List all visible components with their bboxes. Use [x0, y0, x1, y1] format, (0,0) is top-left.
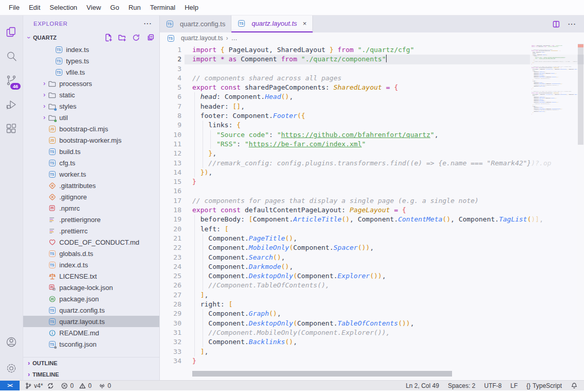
code-line: links: {: [192, 121, 584, 130]
tree-item[interactable]: TSvfile.ts: [23, 66, 159, 78]
problems-status[interactable]: 0 0: [61, 382, 91, 389]
run-debug-icon[interactable]: [0, 92, 23, 116]
tab-quartz.config.ts[interactable]: TSquartz.config.ts: [160, 15, 231, 32]
tree-item[interactable]: .gitignore: [23, 191, 159, 202]
js-file-icon: JS: [48, 125, 56, 133]
tree-item[interactable]: TSquartz.config.ts: [23, 304, 159, 316]
vertical-scrollbar[interactable]: [577, 44, 584, 380]
code-line: }),: [192, 168, 584, 177]
cursor-position[interactable]: Ln 2, Col 49: [406, 382, 439, 389]
encoding[interactable]: UTF-8: [484, 382, 502, 389]
menu-file[interactable]: File: [4, 4, 24, 11]
tree-item[interactable]: TSbuild.ts: [23, 146, 159, 157]
tree-item[interactable]: ›util: [23, 112, 159, 123]
notifications-bell-icon[interactable]: [571, 382, 578, 389]
explorer-actions: [104, 33, 154, 42]
horizontal-scrollbar[interactable]: [192, 371, 530, 377]
section-outline[interactable]: ›OUTLINE: [23, 357, 159, 369]
code-editor[interactable]: 1234567891011121314151617181920212223242…: [160, 44, 584, 380]
breadcrumb[interactable]: TS quartz.layout.ts › …: [160, 32, 584, 44]
dts-file-icon: TS: [48, 249, 56, 258]
code-line: footer: Component.Footer({: [192, 111, 584, 121]
remote-indicator[interactable]: ><: [0, 381, 20, 390]
indentation[interactable]: Spaces: 2: [448, 382, 475, 389]
account-icon[interactable]: [0, 330, 23, 354]
line-number-gutter[interactable]: 1234567891011121314151617181920212223242…: [160, 45, 186, 366]
tree-item[interactable]: TSglobals.d.ts: [23, 248, 159, 259]
eol-sequence[interactable]: LF: [510, 382, 518, 389]
code-line: head: Component.Head(),: [192, 92, 584, 101]
tree-item[interactable]: package-lock.json: [23, 282, 159, 293]
git-branch-status[interactable]: v4*: [25, 382, 54, 389]
search-icon[interactable]: [0, 44, 23, 68]
tsconfig-file-icon: TS: [48, 340, 56, 348]
tree-item[interactable]: README.md: [23, 327, 159, 338]
section-timeline[interactable]: ›TIMELINE: [23, 369, 159, 380]
extensions-icon[interactable]: [0, 116, 23, 141]
overview-ruler-marker: [578, 44, 583, 47]
sync-icon[interactable]: [47, 382, 54, 389]
close-icon[interactable]: ×: [303, 20, 307, 27]
tree-item[interactable]: TStypes.ts: [23, 55, 159, 66]
scrollbar-slider[interactable]: [578, 44, 583, 145]
horizontal-scrollbar-slider[interactable]: [192, 371, 452, 377]
menu-terminal[interactable]: Terminal: [145, 4, 180, 11]
breadcrumb-file[interactable]: quartz.layout.ts: [181, 35, 223, 42]
js-file-icon: JS: [48, 136, 56, 144]
menu-selection[interactable]: Selection: [45, 4, 81, 11]
tree-item[interactable]: TStsconfig.json: [23, 338, 159, 350]
tree-item[interactable]: ›processors: [23, 78, 159, 89]
menu-edit[interactable]: Edit: [24, 4, 45, 11]
tree-item[interactable]: TSworker.ts: [23, 168, 159, 180]
tree-item[interactable]: .npmrc: [23, 202, 159, 214]
breadcrumb-more[interactable]: …: [231, 35, 237, 42]
language-mode[interactable]: {} TypeScript: [526, 382, 562, 389]
ts-file-icon: TS: [165, 20, 174, 28]
menu-bar: FileEditSelectionViewGoRunTerminalHelp: [0, 0, 584, 15]
menu-help[interactable]: Help: [180, 4, 203, 11]
tree-item[interactable]: TSindex.ts: [23, 44, 159, 55]
code-content[interactable]: import { PageLayout, SharedLayout } from…: [192, 45, 584, 366]
menu-run[interactable]: Run: [124, 4, 145, 11]
explorer-icon[interactable]: [0, 20, 23, 44]
settings-gear-icon[interactable]: [0, 356, 23, 380]
tree-item[interactable]: ›styles: [23, 100, 159, 112]
tree-item[interactable]: JSbootstrap-worker.mjs: [23, 134, 159, 146]
tree-item[interactable]: package.json: [23, 293, 159, 304]
new-file-icon[interactable]: [104, 33, 112, 42]
ts-file-icon: TS: [55, 57, 63, 65]
sidebar-bottom-sections: ›OUTLINE›TIMELINE: [23, 357, 159, 380]
tree-item[interactable]: JSbootstrap-cli.mjs: [23, 123, 159, 134]
refresh-icon[interactable]: [132, 33, 140, 42]
tree-item[interactable]: CODE_OF_CONDUCT.md: [23, 236, 159, 248]
project-section-header[interactable]: › QUARTZ: [23, 31, 159, 44]
tab-quartz.layout.ts[interactable]: TSquartz.layout.ts×: [231, 15, 313, 32]
tree-item[interactable]: .prettierrc: [23, 225, 159, 236]
tree-item[interactable]: TSquartz.layout.ts: [23, 316, 159, 327]
tree-item[interactable]: .gitattributes: [23, 180, 159, 191]
tree-item[interactable]: .prettierignore: [23, 214, 159, 225]
chevron-down-icon: ›: [25, 34, 32, 41]
sidebar-more-actions[interactable]: ···: [144, 20, 152, 27]
minimap[interactable]: import { PageLayout, SharedLayout } from…: [530, 44, 577, 380]
tree-item[interactable]: ›static: [23, 89, 159, 100]
more-actions-icon[interactable]: ···: [568, 20, 576, 28]
menu-go[interactable]: Go: [106, 4, 124, 11]
tree-item-label: quartz.config.ts: [59, 306, 105, 314]
source-control-icon[interactable]: 46: [0, 68, 23, 92]
collapse-all-icon[interactable]: [146, 33, 154, 42]
code-line: Component.MobileOnly(Component.Spacer())…: [192, 243, 584, 252]
tree-item[interactable]: LICENSE.txt: [23, 270, 159, 282]
new-folder-icon[interactable]: [118, 33, 126, 42]
tree-item-label: .npmrc: [59, 204, 80, 212]
tree-item-label: processors: [59, 80, 92, 88]
split-editor-icon[interactable]: [552, 20, 560, 28]
code-line: "Source code": "https://github.com/bfahr…: [192, 130, 584, 140]
code-line: "RSS": "https://be-far.com/index.xml": [192, 140, 584, 149]
tree-item[interactable]: TScfg.ts: [23, 157, 159, 168]
code-line: }: [192, 177, 584, 186]
menu-view[interactable]: View: [82, 4, 106, 11]
ports-status[interactable]: 0: [98, 382, 111, 389]
ts-file-icon: TS: [48, 306, 56, 314]
tree-item[interactable]: TSindex.d.ts: [23, 259, 159, 270]
